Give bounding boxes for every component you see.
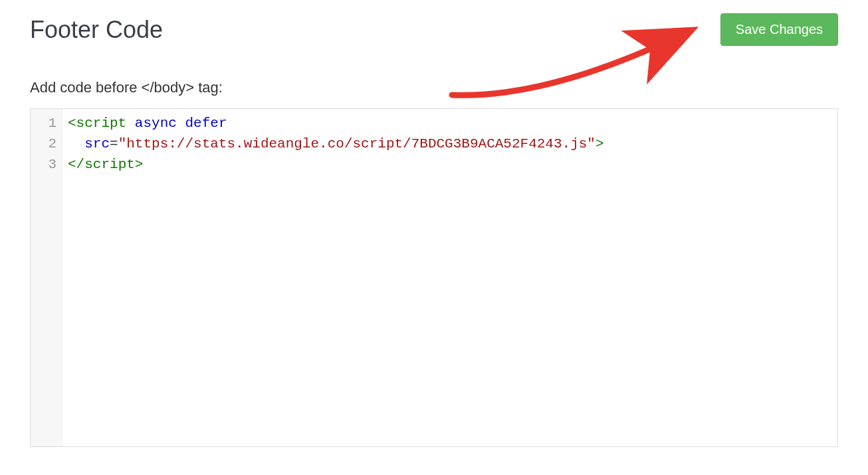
header: Footer Code Save Changes	[30, 13, 838, 46]
footer-code-label: Add code before </body> tag:	[30, 79, 838, 96]
code-editor-textarea[interactable]: <script async defer src="https://stats.w…	[62, 109, 837, 446]
code-line: </script>	[68, 154, 832, 175]
code-editor[interactable]: 123 <script async defer src="https://sta…	[30, 108, 838, 447]
label-body-tag: </body>	[142, 79, 195, 96]
code-editor-gutter: 123	[31, 109, 62, 446]
line-number: 2	[35, 134, 56, 154]
page-title: Footer Code	[30, 16, 163, 44]
save-changes-button[interactable]: Save Changes	[720, 13, 838, 46]
line-number: 1	[35, 113, 56, 134]
label-suffix: tag:	[194, 79, 223, 96]
line-number: 3	[35, 154, 56, 175]
code-line: <script async defer	[68, 113, 832, 134]
label-prefix: Add code before	[30, 79, 142, 96]
code-line: src="https://stats.wideangle.co/script/7…	[68, 134, 832, 154]
